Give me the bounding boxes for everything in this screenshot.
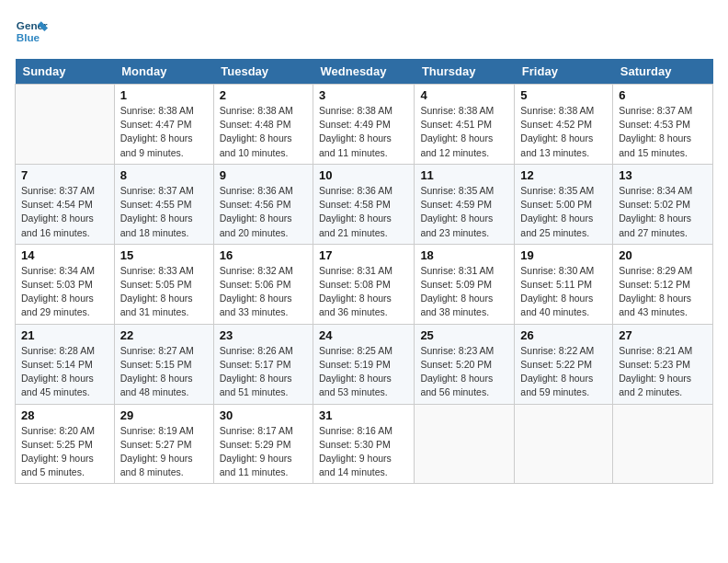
calendar-cell: 24Sunrise: 8:25 AMSunset: 5:19 PMDayligh…: [313, 324, 415, 404]
weekday-header-tuesday: Tuesday: [213, 59, 313, 85]
weekday-header-wednesday: Wednesday: [313, 59, 415, 85]
day-info: Sunrise: 8:38 AMSunset: 4:48 PMDaylight:…: [220, 104, 307, 160]
calendar-cell: 5Sunrise: 8:38 AMSunset: 4:52 PMDaylight…: [515, 85, 613, 165]
calendar-cell: 9Sunrise: 8:36 AMSunset: 4:56 PMDaylight…: [213, 164, 313, 244]
calendar-cell: 26Sunrise: 8:22 AMSunset: 5:22 PMDayligh…: [515, 324, 613, 404]
calendar-cell: 30Sunrise: 8:17 AMSunset: 5:29 PMDayligh…: [213, 404, 313, 484]
calendar-cell: 11Sunrise: 8:35 AMSunset: 4:59 PMDayligh…: [415, 164, 515, 244]
calendar-cell: 10Sunrise: 8:36 AMSunset: 4:58 PMDayligh…: [313, 164, 415, 244]
calendar-table: SundayMondayTuesdayWednesdayThursdayFrid…: [15, 59, 713, 484]
day-info: Sunrise: 8:19 AMSunset: 5:27 PMDaylight:…: [120, 424, 208, 480]
calendar-cell: 18Sunrise: 8:31 AMSunset: 5:09 PMDayligh…: [415, 244, 515, 324]
calendar-cell: 20Sunrise: 8:29 AMSunset: 5:12 PMDayligh…: [613, 244, 713, 324]
calendar-cell: 19Sunrise: 8:30 AMSunset: 5:11 PMDayligh…: [515, 244, 613, 324]
day-number: 16: [220, 248, 307, 262]
day-info: Sunrise: 8:23 AMSunset: 5:20 PMDaylight:…: [420, 344, 508, 400]
day-number: 4: [420, 88, 508, 102]
logo-icon: General Blue: [15, 15, 48, 48]
calendar-cell: 25Sunrise: 8:23 AMSunset: 5:20 PMDayligh…: [415, 324, 515, 404]
week-row-2: 7Sunrise: 8:37 AMSunset: 4:54 PMDaylight…: [16, 164, 713, 244]
day-info: Sunrise: 8:36 AMSunset: 4:58 PMDaylight:…: [319, 184, 408, 240]
calendar-cell: 16Sunrise: 8:32 AMSunset: 5:06 PMDayligh…: [213, 244, 313, 324]
day-number: 21: [21, 328, 108, 342]
day-number: 28: [21, 408, 108, 422]
day-number: 1: [120, 88, 208, 102]
logo: General Blue: [15, 15, 51, 48]
calendar-cell: [613, 404, 713, 484]
day-info: Sunrise: 8:38 AMSunset: 4:52 PMDaylight:…: [520, 104, 607, 160]
day-number: 6: [619, 88, 707, 102]
calendar-cell: 28Sunrise: 8:20 AMSunset: 5:25 PMDayligh…: [16, 404, 115, 484]
day-info: Sunrise: 8:26 AMSunset: 5:17 PMDaylight:…: [220, 344, 307, 400]
day-number: 25: [420, 328, 508, 342]
weekday-header-sunday: Sunday: [16, 59, 115, 85]
day-number: 12: [520, 168, 607, 182]
day-number: 24: [319, 328, 408, 342]
day-number: 23: [220, 328, 307, 342]
day-number: 14: [21, 248, 108, 262]
calendar-cell: 15Sunrise: 8:33 AMSunset: 5:05 PMDayligh…: [114, 244, 213, 324]
day-number: 15: [120, 248, 208, 262]
day-info: Sunrise: 8:21 AMSunset: 5:23 PMDaylight:…: [619, 344, 707, 400]
day-info: Sunrise: 8:37 AMSunset: 4:55 PMDaylight:…: [120, 184, 208, 240]
day-number: 3: [319, 88, 408, 102]
day-info: Sunrise: 8:27 AMSunset: 5:15 PMDaylight:…: [120, 344, 208, 400]
weekday-header-saturday: Saturday: [613, 59, 713, 85]
day-info: Sunrise: 8:29 AMSunset: 5:12 PMDaylight:…: [619, 264, 707, 320]
weekday-header-monday: Monday: [114, 59, 213, 85]
day-info: Sunrise: 8:33 AMSunset: 5:05 PMDaylight:…: [120, 264, 208, 320]
calendar-cell: 22Sunrise: 8:27 AMSunset: 5:15 PMDayligh…: [114, 324, 213, 404]
day-number: 31: [319, 408, 408, 422]
day-number: 9: [220, 168, 307, 182]
calendar-cell: 3Sunrise: 8:38 AMSunset: 4:49 PMDaylight…: [313, 85, 415, 165]
calendar-cell: 14Sunrise: 8:34 AMSunset: 5:03 PMDayligh…: [16, 244, 115, 324]
header: General Blue: [15, 15, 713, 48]
day-number: 18: [420, 248, 508, 262]
day-info: Sunrise: 8:31 AMSunset: 5:09 PMDaylight:…: [420, 264, 508, 320]
week-row-3: 14Sunrise: 8:34 AMSunset: 5:03 PMDayligh…: [16, 244, 713, 324]
day-info: Sunrise: 8:37 AMSunset: 4:53 PMDaylight:…: [619, 104, 707, 160]
day-number: 13: [619, 168, 707, 182]
weekday-header-friday: Friday: [515, 59, 613, 85]
week-row-4: 21Sunrise: 8:28 AMSunset: 5:14 PMDayligh…: [16, 324, 713, 404]
day-info: Sunrise: 8:38 AMSunset: 4:47 PMDaylight:…: [120, 104, 208, 160]
week-row-5: 28Sunrise: 8:20 AMSunset: 5:25 PMDayligh…: [16, 404, 713, 484]
day-info: Sunrise: 8:38 AMSunset: 4:51 PMDaylight:…: [420, 104, 508, 160]
day-info: Sunrise: 8:32 AMSunset: 5:06 PMDaylight:…: [220, 264, 307, 320]
day-number: 19: [520, 248, 607, 262]
day-info: Sunrise: 8:36 AMSunset: 4:56 PMDaylight:…: [220, 184, 307, 240]
day-number: 30: [220, 408, 307, 422]
calendar-cell: 8Sunrise: 8:37 AMSunset: 4:55 PMDaylight…: [114, 164, 213, 244]
weekday-header-thursday: Thursday: [415, 59, 515, 85]
calendar-cell: 13Sunrise: 8:34 AMSunset: 5:02 PMDayligh…: [613, 164, 713, 244]
day-number: 5: [520, 88, 607, 102]
calendar-cell: 31Sunrise: 8:16 AMSunset: 5:30 PMDayligh…: [313, 404, 415, 484]
calendar-cell: 17Sunrise: 8:31 AMSunset: 5:08 PMDayligh…: [313, 244, 415, 324]
calendar-cell: 27Sunrise: 8:21 AMSunset: 5:23 PMDayligh…: [613, 324, 713, 404]
week-row-1: 1Sunrise: 8:38 AMSunset: 4:47 PMDaylight…: [16, 85, 713, 165]
calendar-cell: [415, 404, 515, 484]
calendar-cell: [515, 404, 613, 484]
calendar-cell: 2Sunrise: 8:38 AMSunset: 4:48 PMDaylight…: [213, 85, 313, 165]
svg-text:Blue: Blue: [17, 31, 40, 43]
calendar-cell: 4Sunrise: 8:38 AMSunset: 4:51 PMDaylight…: [415, 85, 515, 165]
calendar-cell: 1Sunrise: 8:38 AMSunset: 4:47 PMDaylight…: [114, 85, 213, 165]
calendar-cell: 23Sunrise: 8:26 AMSunset: 5:17 PMDayligh…: [213, 324, 313, 404]
day-info: Sunrise: 8:34 AMSunset: 5:02 PMDaylight:…: [619, 184, 707, 240]
calendar-cell: 29Sunrise: 8:19 AMSunset: 5:27 PMDayligh…: [114, 404, 213, 484]
day-number: 10: [319, 168, 408, 182]
calendar-cell: 12Sunrise: 8:35 AMSunset: 5:00 PMDayligh…: [515, 164, 613, 244]
day-info: Sunrise: 8:30 AMSunset: 5:11 PMDaylight:…: [520, 264, 607, 320]
day-info: Sunrise: 8:31 AMSunset: 5:08 PMDaylight:…: [319, 264, 408, 320]
day-info: Sunrise: 8:38 AMSunset: 4:49 PMDaylight:…: [319, 104, 408, 160]
day-number: 27: [619, 328, 707, 342]
calendar-cell: [16, 85, 115, 165]
calendar-cell: 21Sunrise: 8:28 AMSunset: 5:14 PMDayligh…: [16, 324, 115, 404]
day-number: 11: [420, 168, 508, 182]
day-info: Sunrise: 8:20 AMSunset: 5:25 PMDaylight:…: [21, 424, 108, 480]
calendar-cell: 6Sunrise: 8:37 AMSunset: 4:53 PMDaylight…: [613, 85, 713, 165]
calendar-cell: 7Sunrise: 8:37 AMSunset: 4:54 PMDaylight…: [16, 164, 115, 244]
day-info: Sunrise: 8:25 AMSunset: 5:19 PMDaylight:…: [319, 344, 408, 400]
day-number: 2: [220, 88, 307, 102]
day-number: 26: [520, 328, 607, 342]
